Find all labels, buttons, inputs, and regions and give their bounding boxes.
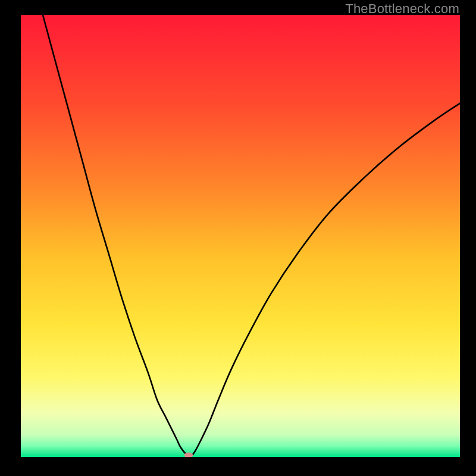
plot-area xyxy=(21,15,460,457)
watermark-text: TheBottleneck.com xyxy=(345,1,459,17)
gradient-background xyxy=(21,15,460,457)
chart-frame: TheBottleneck.com xyxy=(0,0,476,476)
chart-svg xyxy=(21,15,460,457)
